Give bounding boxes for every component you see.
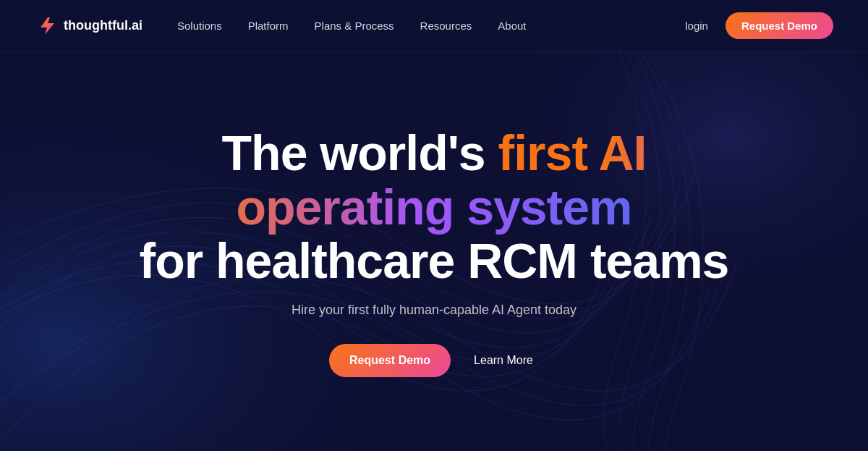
- hero-title-highlight-first: first: [498, 125, 599, 180]
- nav-item-platform[interactable]: Platform: [248, 20, 289, 33]
- hero-learn-more-button[interactable]: Learn More: [468, 344, 539, 377]
- hero-title-part2: for healthcare RCM teams: [140, 233, 729, 288]
- nav-request-demo-button[interactable]: Request Demo: [726, 12, 833, 39]
- nav-link-platform[interactable]: Platform: [248, 20, 289, 32]
- login-link[interactable]: login: [685, 20, 708, 32]
- nav-link-resources[interactable]: Resources: [420, 20, 472, 32]
- nav-item-about[interactable]: About: [498, 20, 526, 33]
- nav-item-resources[interactable]: Resources: [420, 20, 472, 33]
- nav-item-solutions[interactable]: Solutions: [177, 20, 222, 33]
- nav-links: Solutions Platform Plans & Process Resou…: [177, 20, 527, 33]
- logo[interactable]: thoughtful.ai: [35, 14, 142, 38]
- hero-buttons: Request Demo Learn More: [329, 344, 539, 377]
- hero-request-demo-button[interactable]: Request Demo: [329, 344, 451, 377]
- nav-item-plans[interactable]: Plans & Process: [315, 20, 394, 33]
- navbar: thoughtful.ai Solutions Platform Plans &…: [0, 0, 868, 52]
- hero-section: The world's first AI operating system fo…: [0, 52, 868, 451]
- nav-link-plans[interactable]: Plans & Process: [315, 20, 394, 32]
- nav-link-about[interactable]: About: [498, 20, 526, 32]
- navbar-left: thoughtful.ai Solutions Platform Plans &…: [35, 14, 527, 38]
- hero-subtitle: Hire your first fully human-capable AI A…: [292, 303, 576, 318]
- hero-title: The world's first AI operating system fo…: [109, 126, 760, 288]
- navbar-right: login Request Demo: [685, 12, 833, 39]
- logo-text: thoughtful.ai: [64, 18, 142, 33]
- nav-link-solutions[interactable]: Solutions: [177, 20, 222, 32]
- hero-title-part1: The world's: [222, 125, 498, 180]
- logo-icon: [35, 14, 58, 38]
